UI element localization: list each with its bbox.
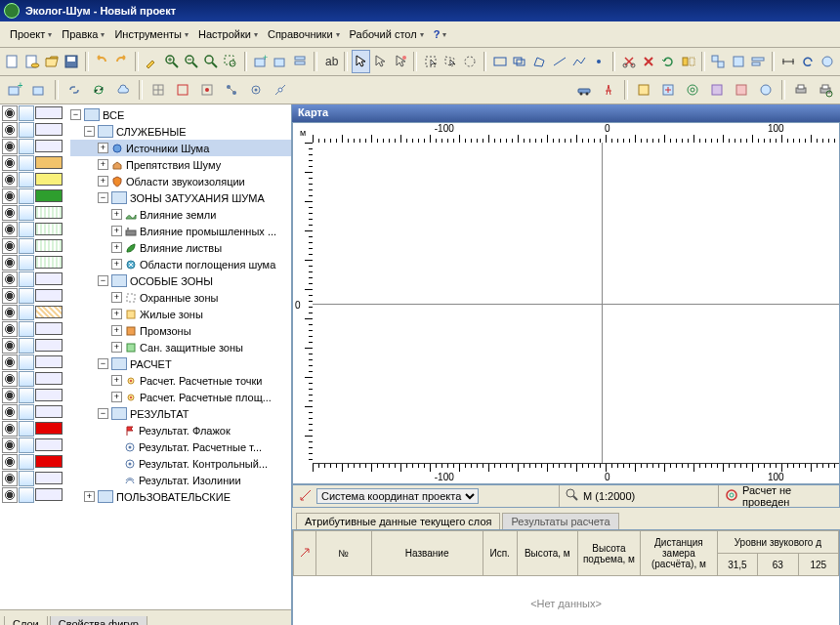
eye-icon[interactable] (2, 404, 18, 420)
group-icon[interactable] (709, 50, 728, 73)
swatch[interactable] (35, 223, 63, 235)
page-icon[interactable] (19, 105, 34, 121)
expand-icon[interactable]: + (111, 309, 122, 319)
swatch[interactable] (35, 389, 63, 401)
swatch[interactable] (35, 289, 63, 302)
swatch[interactable] (35, 206, 63, 219)
page-icon[interactable] (19, 172, 34, 188)
new-db-icon[interactable] (22, 50, 41, 73)
poly-icon[interactable] (530, 50, 549, 73)
swatch[interactable] (35, 488, 63, 501)
rotate-icon[interactable] (659, 50, 678, 73)
eye-icon[interactable] (2, 321, 18, 337)
tool-car-icon[interactable] (572, 78, 596, 102)
brush-icon[interactable] (143, 50, 161, 73)
expand-icon[interactable]: + (111, 209, 122, 220)
expand-icon[interactable]: + (84, 491, 95, 502)
layer-tree[interactable]: −ВСЕ−СЛУЖЕБНЫЕ+Источники Шума+Препятстви… (70, 104, 291, 609)
rect-icon[interactable] (490, 50, 509, 73)
tree-node[interactable]: +ПОЛЬЗОВАТЕЛЬСКИЕ (70, 488, 291, 505)
page-icon[interactable] (19, 238, 34, 254)
eye-icon[interactable] (2, 421, 18, 437)
eye-icon[interactable] (2, 222, 18, 237)
cut-icon[interactable] (619, 50, 638, 73)
expand-icon[interactable]: + (98, 176, 108, 187)
eye-icon[interactable] (2, 172, 18, 188)
eye-icon[interactable] (2, 288, 18, 304)
col-name[interactable]: Название (371, 531, 483, 576)
swatch[interactable] (35, 422, 63, 435)
menu-0[interactable]: Проект▾ (6, 26, 56, 42)
menu-5[interactable]: Рабочий стол▾ (346, 26, 428, 42)
swatch[interactable] (35, 106, 63, 119)
open-icon[interactable] (43, 50, 62, 73)
expand-icon[interactable]: − (98, 192, 108, 203)
expand-icon[interactable]: + (111, 325, 122, 336)
expand-icon[interactable]: − (98, 275, 108, 286)
new-icon[interactable] (3, 50, 21, 73)
point-icon[interactable] (589, 50, 608, 73)
map-canvas[interactable]: м -1000100 0 -1000100 (292, 122, 840, 484)
mirror-icon[interactable] (679, 50, 697, 73)
align-icon[interactable] (748, 50, 767, 73)
polyline-icon[interactable] (569, 50, 588, 73)
node-snap3-icon[interactable] (269, 78, 292, 102)
eye-icon[interactable] (2, 122, 18, 138)
col-height[interactable]: Высота, м (517, 531, 577, 576)
swatch[interactable] (35, 156, 63, 169)
swatch[interactable] (35, 355, 63, 368)
expand-icon[interactable]: + (111, 292, 122, 303)
save-icon[interactable] (63, 50, 81, 73)
page-icon[interactable] (19, 371, 34, 387)
tree-node[interactable]: Результат. Изолинии (70, 472, 291, 488)
node-snap2-icon[interactable] (244, 78, 268, 102)
tree-node[interactable]: +Влияние листвы (70, 239, 291, 256)
tool-calc5-icon[interactable] (730, 78, 753, 102)
eye-icon[interactable] (2, 354, 18, 370)
tree-node[interactable]: +Препятствия Шуму (70, 156, 291, 173)
menu-6[interactable]: ?▾ (430, 26, 451, 42)
page-icon[interactable] (19, 139, 34, 154)
undo-icon[interactable] (93, 50, 111, 73)
eye-icon[interactable] (2, 371, 18, 387)
eye-icon[interactable] (2, 188, 18, 204)
page-icon[interactable] (19, 388, 34, 403)
tree-node[interactable]: Результат. Расчетные т... (70, 438, 291, 455)
eye-icon[interactable] (2, 471, 18, 486)
tab-layers[interactable]: Слои (4, 616, 48, 625)
page-icon[interactable] (19, 305, 34, 320)
tool-calc6-icon[interactable] (754, 78, 777, 102)
page-icon[interactable] (19, 255, 34, 271)
menu-3[interactable]: Настройки▾ (194, 26, 262, 42)
expand-icon[interactable]: + (111, 226, 122, 236)
tree-node[interactable]: −СЛУЖЕБНЫЕ (70, 123, 291, 140)
zoom-fit-icon[interactable] (201, 50, 220, 73)
page-icon[interactable] (19, 454, 34, 470)
swatch[interactable] (35, 272, 63, 285)
eye-icon[interactable] (2, 139, 18, 154)
tool-tower-icon[interactable] (597, 78, 620, 102)
tab-attr-data[interactable]: Атрибутивные данные текущего слоя (296, 513, 500, 529)
grid-snap-icon[interactable] (147, 78, 170, 102)
tab-calc-results[interactable]: Результаты расчета (502, 513, 618, 529)
page-icon[interactable] (19, 438, 34, 453)
eye-icon[interactable] (2, 487, 18, 503)
print2-icon[interactable] (814, 78, 837, 102)
layers-sel-icon[interactable] (272, 50, 290, 73)
page-icon[interactable] (19, 205, 34, 221)
print-icon[interactable] (789, 78, 813, 102)
pointer-edit-icon[interactable] (391, 50, 409, 73)
tree-node[interactable]: +Влияние земли (70, 206, 291, 223)
tool-calc3-icon[interactable] (681, 78, 704, 102)
expand-icon[interactable]: + (98, 143, 108, 153)
col-rise[interactable]: Высота подъема, м (577, 531, 640, 576)
eye-icon[interactable] (2, 205, 18, 221)
tree-node[interactable]: −ОСОБЫЕ ЗОНЫ (70, 272, 291, 289)
page-icon[interactable] (19, 338, 34, 354)
eye-icon[interactable] (2, 238, 18, 254)
eye-icon[interactable] (2, 105, 18, 121)
page-icon[interactable] (19, 222, 34, 237)
expand-icon[interactable]: − (98, 408, 108, 419)
eye-icon[interactable] (2, 454, 18, 470)
layers-add-icon[interactable]: + (251, 50, 270, 73)
